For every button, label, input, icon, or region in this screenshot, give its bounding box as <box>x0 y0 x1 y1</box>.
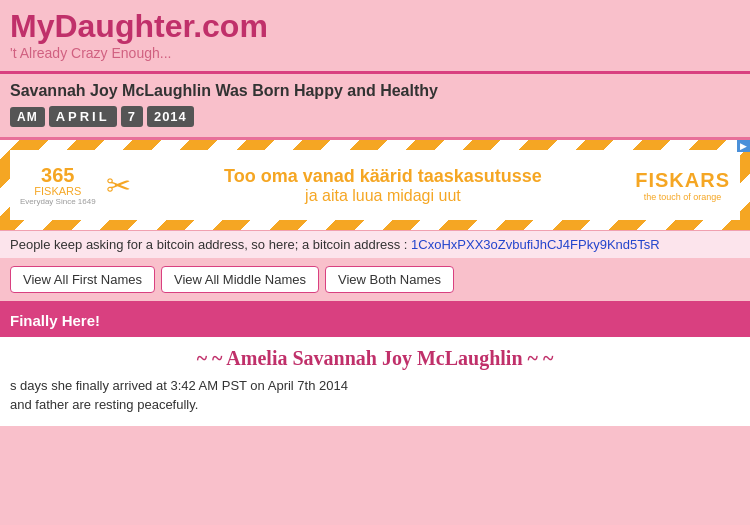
fiskars-brand: FISKARS <box>635 169 730 192</box>
bitcoin-text: People keep asking for a bitcoin address… <box>10 237 407 252</box>
ad-banner: 365 FISKARS Everyday Since 1649 ✂ Too om… <box>0 140 750 230</box>
fiskars-tagline: the touch of orange <box>644 192 722 202</box>
section-header-text: Finally Here! <box>10 312 100 329</box>
article-content: ~ ~ Amelia Savannah Joy McLaughlin ~ ~ s… <box>0 337 750 426</box>
ad-line1: Too oma vanad käärid taaskasutusse <box>141 166 626 187</box>
ad-text: Too oma vanad käärid taaskasutusse ja ai… <box>141 166 626 205</box>
fiskars-sub: Everyday Since 1649 <box>20 197 96 206</box>
bitcoin-bar: People keep asking for a bitcoin address… <box>0 230 750 258</box>
view-middle-names-button[interactable]: View All Middle Names <box>161 266 319 293</box>
article-header: Savannah Joy McLaughlin Was Born Happy a… <box>0 74 750 137</box>
button-bar: View All First Names View All Middle Nam… <box>0 258 750 301</box>
section-header: Finally Here! <box>0 304 750 337</box>
bitcoin-address[interactable]: 1CxoHxPXX3oZvbufiJhCJ4FPky9Knd5TsR <box>411 237 660 252</box>
month-badge: APRIL <box>49 106 117 127</box>
site-title: MyDaughter.com <box>10 8 740 45</box>
fiskars-logo: FISKARS <box>34 185 81 197</box>
year-badge: 2014 <box>147 106 194 127</box>
ad-inner: 365 FISKARS Everyday Since 1649 ✂ Too om… <box>10 150 740 220</box>
time-badge: AM <box>10 107 45 127</box>
ad-logo-left: 365 FISKARS Everyday Since 1649 <box>20 165 96 206</box>
article-line1: s days she finally arrived at 3:42 AM PS… <box>10 378 740 393</box>
scissors-icon: ✂ <box>106 168 131 203</box>
day-badge: 7 <box>121 106 143 127</box>
view-both-names-button[interactable]: View Both Names <box>325 266 454 293</box>
baby-name: ~ ~ Amelia Savannah Joy McLaughlin ~ ~ <box>10 347 740 370</box>
site-tagline: 't Already Crazy Enough... <box>10 45 740 61</box>
ad-logo-right: FISKARS the touch of orange <box>635 169 730 202</box>
date-badges: AM APRIL 7 2014 <box>10 106 740 127</box>
site-header: MyDaughter.com 't Already Crazy Enough..… <box>0 0 750 71</box>
view-first-names-button[interactable]: View All First Names <box>10 266 155 293</box>
article-line2: and father are resting peacefully. <box>10 397 740 412</box>
fiskars-number: 365 <box>41 165 74 185</box>
ad-line2: ja aita luua midagi uut <box>141 187 626 205</box>
article-title: Savannah Joy McLaughlin Was Born Happy a… <box>10 82 740 100</box>
ad-corner-label: ▶ <box>737 140 750 152</box>
